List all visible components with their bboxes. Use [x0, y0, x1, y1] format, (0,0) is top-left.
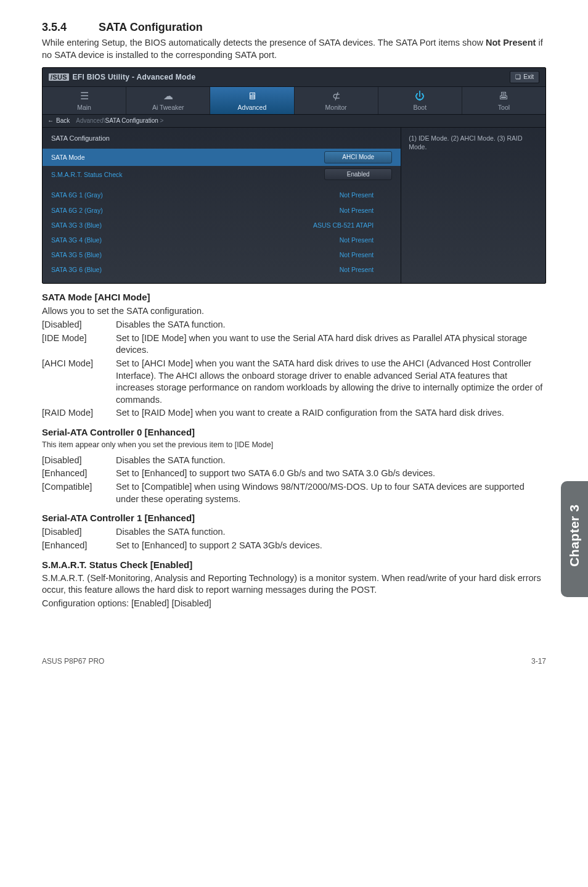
bios-body: SATA Configuration SATA Mode AHCI Mode S… — [43, 128, 545, 284]
port-label: SATA 3G 4 (Blue) — [51, 236, 102, 244]
crumb-suffix: > — [158, 117, 164, 124]
breadcrumb: ← Back Advanced\SATA Configuration > — [43, 115, 545, 128]
opt-key: [Enhanced] — [42, 539, 116, 553]
sata-mode-options: [Disabled]Disables the SATA function. [I… — [42, 318, 546, 420]
port-value: Not Present — [340, 236, 392, 244]
intro-paragraph: While entering Setup, the BIOS automatic… — [42, 37, 546, 61]
smart-p2: Configuration options: [Enabled] [Disabl… — [42, 598, 546, 610]
tab-tool[interactable]: 🖶 Tool — [462, 87, 545, 114]
tab-monitor[interactable]: ⊄ Monitor — [295, 87, 378, 114]
ctrl0-options: [Disabled]Disables the SATA function. [E… — [42, 454, 546, 506]
chapter-side-tab: Chapter 3 — [561, 481, 588, 597]
opt-key: [RAID Mode] — [42, 406, 116, 420]
opt-key: [Disabled] — [42, 526, 116, 539]
bios-tabs: ☰ Main ☁ Ai Tweaker 🖥 Advanced ⊄ Monitor… — [43, 87, 545, 115]
tab-monitor-label: Monitor — [325, 104, 347, 111]
config-title: SATA Configuration — [51, 134, 392, 143]
advanced-icon: 🖥 — [210, 91, 293, 102]
section-title: SATA Configuration — [99, 21, 203, 33]
opt-val: Set to [Enhanced] to support 2 SATA 3Gb/… — [116, 539, 546, 553]
power-icon: ⏻ — [378, 91, 462, 102]
port-row: SATA 3G 5 (Blue) Not Present — [51, 247, 392, 262]
crumb-prefix: Advanced\ — [76, 117, 105, 124]
port-label: SATA 6G 2 (Gray) — [51, 206, 103, 215]
port-value: Not Present — [340, 250, 392, 259]
intro-text-a: While entering Setup, the BIOS automatic… — [42, 38, 486, 47]
port-row: SATA 3G 6 (Blue) Not Present — [51, 262, 392, 277]
footer-right: 3-17 — [531, 656, 546, 666]
port-label: SATA 3G 6 (Blue) — [51, 265, 102, 274]
sata-mode-row[interactable]: SATA Mode AHCI Mode — [43, 149, 401, 166]
port-list: SATA 6G 1 (Gray) Not Present SATA 6G 2 (… — [51, 188, 392, 277]
footer-left: ASUS P8P67 PRO — [42, 656, 104, 666]
heading-ctrl1: Serial-ATA Controller 1 [Enhanced] — [42, 512, 546, 524]
port-label: SATA 6G 1 (Gray) — [51, 191, 103, 199]
port-value: Not Present — [340, 191, 392, 199]
tab-advanced-label: Advanced — [238, 104, 267, 111]
opt-val: Disables the SATA function. — [116, 454, 546, 468]
section-heading: 3.5.4SATA Configuration — [42, 20, 546, 35]
opt-val: Disables the SATA function. — [116, 526, 546, 539]
sata-mode-desc: Allows you to set the SATA configuration… — [42, 305, 546, 318]
port-label: SATA 3G 3 (Blue) — [51, 221, 102, 229]
opt-val: Set to [RAID Mode] when you want to crea… — [116, 406, 546, 420]
smart-row[interactable]: S.M.A.R.T. Status Check Enabled — [51, 166, 392, 183]
port-row: SATA 3G 3 (Blue) ASUS CB-521 ATAPI — [51, 218, 392, 233]
page-footer: ASUS P8P67 PRO 3-17 — [0, 646, 588, 683]
smart-label: S.M.A.R.T. Status Check — [51, 170, 123, 179]
exit-button[interactable]: ❏ Exit — [510, 71, 539, 83]
tab-boot-label: Boot — [413, 104, 427, 111]
ctrl1-options: [Disabled]Disables the SATA function. [E… — [42, 526, 546, 552]
heading-ctrl0: Serial-ATA Controller 0 [Enhanced] — [42, 426, 546, 439]
list-icon: ☰ — [43, 91, 126, 102]
tab-main[interactable]: ☰ Main — [43, 87, 126, 114]
smart-p1: S.M.A.R.T. (Self-Monitoring, Analysis an… — [42, 572, 546, 596]
bios-left-pane: SATA Configuration SATA Mode AHCI Mode S… — [43, 128, 401, 284]
opt-key: [Compatible] — [42, 481, 116, 506]
opt-key: [Disabled] — [42, 454, 116, 468]
port-value: Not Present — [340, 206, 392, 215]
tab-tweaker[interactable]: ☁ Ai Tweaker — [126, 87, 210, 114]
crumb-current: SATA Configuration — [105, 117, 158, 124]
port-row: SATA 3G 4 (Blue) Not Present — [51, 233, 392, 247]
back-arrow-icon: ← — [47, 117, 54, 125]
tab-advanced[interactable]: 🖥 Advanced — [210, 87, 294, 114]
chapter-side-label: Chapter 3 — [566, 504, 583, 566]
opt-val: Disables the SATA function. — [116, 318, 546, 332]
bios-brand: /SUS — [49, 73, 69, 81]
bios-help-pane: (1) IDE Mode. (2) AHCI Mode. (3) RAID Mo… — [401, 128, 545, 284]
sata-mode-label: SATA Mode — [51, 153, 84, 162]
opt-val: Set to [IDE Mode] when you want to use t… — [116, 332, 546, 357]
bios-screenshot: /SUS EFI BIOS Utility - Advanced Mode ❏ … — [42, 67, 546, 284]
opt-key: [AHCI Mode] — [42, 357, 116, 406]
help-text: (1) IDE Mode. (2) AHCI Mode. (3) RAID Mo… — [409, 134, 538, 151]
tab-tool-label: Tool — [498, 104, 510, 111]
opt-key: [IDE Mode] — [42, 332, 116, 357]
exit-icon: ❏ — [515, 73, 521, 81]
port-row: SATA 6G 2 (Gray) Not Present — [51, 203, 392, 218]
opt-key: [Disabled] — [42, 318, 116, 332]
bios-title-text: EFI BIOS Utility - Advanced Mode — [73, 73, 196, 81]
back-button[interactable]: ← Back — [47, 117, 70, 125]
monitor-icon: ⊄ — [295, 91, 378, 102]
crumb-path: Advanced\SATA Configuration > — [76, 117, 163, 125]
tool-icon: 🖶 — [462, 91, 545, 102]
port-label: SATA 3G 5 (Blue) — [51, 250, 102, 259]
bios-titlebar: /SUS EFI BIOS Utility - Advanced Mode ❏ … — [43, 68, 545, 87]
intro-text-bold: Not Present — [486, 38, 536, 47]
port-row: SATA 6G 1 (Gray) Not Present — [51, 188, 392, 202]
tweaker-icon: ☁ — [126, 91, 210, 102]
sata-mode-value[interactable]: AHCI Mode — [324, 151, 392, 163]
opt-val: Set to [Compatible] when using Windows 9… — [116, 481, 546, 506]
tab-main-label: Main — [77, 104, 91, 111]
heading-smart: S.M.A.R.T. Status Check [Enabled] — [42, 559, 546, 571]
opt-key: [Enhanced] — [42, 467, 116, 481]
port-value: Not Present — [340, 265, 392, 274]
tab-tweaker-label: Ai Tweaker — [152, 104, 184, 111]
bios-title: /SUS EFI BIOS Utility - Advanced Mode — [49, 72, 195, 82]
smart-value[interactable]: Enabled — [324, 168, 392, 181]
opt-val: Set to [Enhanced] to support two SATA 6.… — [116, 467, 546, 481]
tab-boot[interactable]: ⏻ Boot — [378, 87, 462, 114]
section-number: 3.5.4 — [42, 20, 99, 35]
ctrl0-note: This item appear only when you set the p… — [42, 440, 546, 450]
